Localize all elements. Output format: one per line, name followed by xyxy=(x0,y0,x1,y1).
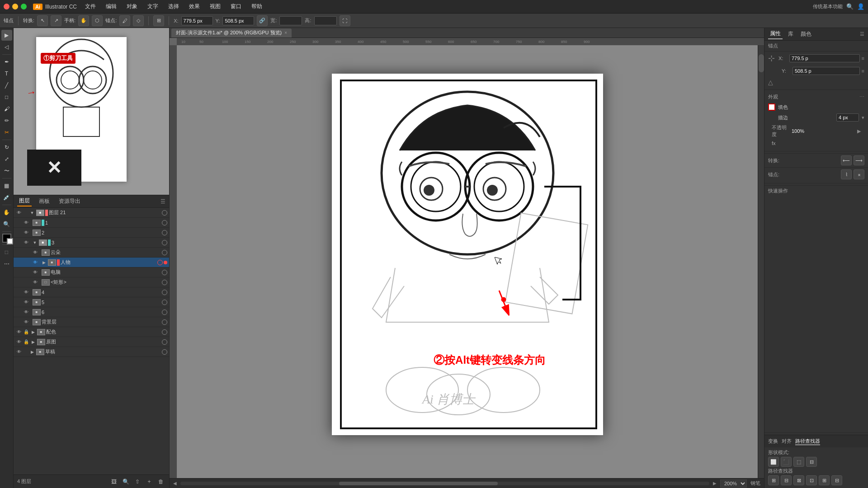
close-button[interactable] xyxy=(4,4,9,9)
minimize-button[interactable] xyxy=(12,4,18,9)
delete-layer-btn[interactable]: 🗑 xyxy=(156,477,165,486)
fill-color-box[interactable] xyxy=(2,234,11,243)
pathfinder-minus[interactable]: ⬛ xyxy=(781,457,792,467)
layer-circle-5[interactable] xyxy=(162,300,167,305)
zoom-tool[interactable]: 🔍 xyxy=(1,219,12,230)
anchor-convert-smooth[interactable]: ⌇ xyxy=(841,169,852,179)
more-tools[interactable]: ⋯ xyxy=(1,258,12,269)
type-tool[interactable]: T xyxy=(1,68,12,79)
scroll-left-btn[interactable]: ◀ xyxy=(173,481,177,486)
tab-library[interactable]: 库 xyxy=(786,29,795,39)
search-icon[interactable]: 🔍 xyxy=(846,3,854,10)
layer-eye-palette[interactable]: 👁 xyxy=(15,328,23,336)
tab-align[interactable]: 对齐 xyxy=(782,438,792,445)
new-layer-from-art-btn[interactable]: 🖼 xyxy=(109,477,118,486)
pathfinder-minus-back[interactable]: ⊟ xyxy=(831,475,842,485)
layer-row-1[interactable]: 👁 ■ 1 xyxy=(14,218,169,228)
layer-expand-person[interactable]: ▶ xyxy=(41,259,47,266)
pathfinder-exclude[interactable]: ⊟ xyxy=(806,457,817,467)
fill-color-swatch[interactable] xyxy=(768,103,775,111)
eyedropper-tool[interactable]: 💉 xyxy=(1,192,12,203)
pathfinder-trim[interactable]: ⊟ xyxy=(781,475,792,485)
x-input-right[interactable] xyxy=(789,54,860,62)
hand-btn[interactable]: ✋ xyxy=(78,15,89,26)
layer-circle-clouds[interactable] xyxy=(162,250,167,255)
menu-view[interactable]: 视图 xyxy=(208,2,222,11)
pathfinder-outline[interactable]: ⊞ xyxy=(819,475,830,485)
layer-row-person[interactable]: 👁 ▶ ■ 人物 xyxy=(14,258,169,267)
layer-eye-4[interactable]: 👁 xyxy=(23,289,30,296)
pen-tool[interactable]: ✒ xyxy=(1,56,12,67)
transform-btn-2[interactable]: ↗ xyxy=(51,15,61,26)
tab-color[interactable]: 颜色 xyxy=(799,29,813,39)
layer-row-6[interactable]: 👁 ■ 6 xyxy=(14,307,169,317)
appearance-more-icon[interactable]: ⋯ xyxy=(859,94,864,100)
move-selection-btn[interactable]: ⇧ xyxy=(133,477,142,486)
search-layers-btn[interactable]: 🔍 xyxy=(121,477,130,486)
layer-expand-21[interactable]: ▼ xyxy=(29,210,35,216)
horizontal-scrollbar[interactable] xyxy=(180,482,709,485)
layer-eye-3[interactable]: 👁 xyxy=(23,239,30,246)
panel-menu-icon[interactable]: ☰ xyxy=(160,198,165,205)
anchor-convert-btn[interactable]: ◇ xyxy=(133,15,144,26)
menu-object[interactable]: 对象 xyxy=(125,2,139,11)
transform-btn-right[interactable]: ⟶ xyxy=(854,155,864,165)
layer-circle-21[interactable] xyxy=(162,210,167,216)
width-input[interactable] xyxy=(279,16,302,25)
layer-eye-sketch[interactable]: 👁 xyxy=(15,348,23,356)
layer-eye-21[interactable]: 👁 xyxy=(15,209,23,216)
gradient-tool[interactable]: ▦ xyxy=(1,180,12,191)
layer-eye-bg[interactable]: 👁 xyxy=(23,319,30,326)
layer-row-computer[interactable]: 👁 ■ 电脑 xyxy=(14,267,169,277)
anchor-convert-corner[interactable]: ⌅ xyxy=(854,169,864,179)
layer-circle-rect[interactable] xyxy=(162,280,167,285)
layer-circle-2[interactable] xyxy=(162,230,167,235)
select-tool[interactable]: ▶ xyxy=(1,30,12,41)
layer-eye-rect[interactable]: 👁 xyxy=(32,279,39,286)
layer-row-5[interactable]: 👁 ■ 5 xyxy=(14,297,169,307)
layer-row-palette[interactable]: 👁 🔒 ▶ ■ 配色 xyxy=(14,327,169,337)
profile-icon[interactable]: 👤 xyxy=(857,3,864,10)
menu-edit[interactable]: 编辑 xyxy=(104,2,118,11)
tab-transform[interactable]: 变换 xyxy=(768,438,778,445)
y-scale-icon[interactable]: ≡ xyxy=(862,68,864,74)
pathfinder-intersect[interactable]: ⬚ xyxy=(793,457,804,467)
layer-expand-palette[interactable]: ▶ xyxy=(30,329,36,335)
document-tab[interactable]: 封面-演示源文件1.ai* @ 200% (RGB/GPU 预览) × xyxy=(171,28,292,38)
layer-row-3[interactable]: 👁 ▼ ■ 3 xyxy=(14,238,169,248)
layer-row-4[interactable]: 👁 ■ 4 xyxy=(14,287,169,297)
layer-eye-person[interactable]: 👁 xyxy=(32,259,39,266)
pencil-tool[interactable]: ✏ xyxy=(1,115,12,126)
layer-eye-2[interactable]: 👁 xyxy=(23,229,30,236)
scrollbar-thumb-h[interactable] xyxy=(339,482,498,485)
stroke-width-dropdown[interactable]: ▾ xyxy=(862,115,864,121)
layer-circle-bg[interactable] xyxy=(162,319,167,325)
pathfinder-merge[interactable]: ⊠ xyxy=(793,475,804,485)
rotate-tool[interactable]: ↻ xyxy=(1,142,12,153)
line-tool[interactable]: ╱ xyxy=(1,80,12,91)
menu-file[interactable]: 文件 xyxy=(83,2,98,11)
layer-circle-6[interactable] xyxy=(162,310,167,315)
tab-artboards[interactable]: 画板 xyxy=(37,197,52,206)
link-btn[interactable]: 🔗 xyxy=(257,15,268,26)
layer-expand-3[interactable]: ▼ xyxy=(32,239,38,246)
layer-row-2[interactable]: 👁 ■ 2 xyxy=(14,228,169,238)
pathfinder-crop[interactable]: ⊡ xyxy=(806,475,817,485)
add-layer-btn[interactable]: + xyxy=(145,477,154,486)
layer-eye-original[interactable]: 👁 xyxy=(15,338,23,346)
scale-btn[interactable]: ⛶ xyxy=(340,15,350,26)
pathfinder-divide[interactable]: ⊞ xyxy=(768,475,779,485)
layer-eye-computer[interactable]: 👁 xyxy=(32,269,39,276)
zoom-select[interactable]: 200% 100% 50% 300% xyxy=(720,479,747,488)
layer-circle-sketch[interactable] xyxy=(162,349,167,355)
layer-circle-person[interactable] xyxy=(157,260,163,265)
y-input-right[interactable] xyxy=(793,67,860,75)
layer-circle-computer[interactable] xyxy=(162,270,167,275)
tab-layers[interactable]: 图层 xyxy=(17,196,32,206)
layer-eye-clouds[interactable]: 👁 xyxy=(32,249,39,256)
layer-row-21[interactable]: 👁 ▼ ■ 图层 21 xyxy=(14,208,169,218)
layer-row-bg[interactable]: 👁 ■ 背景层 xyxy=(14,317,169,327)
shape-tool[interactable]: □ xyxy=(1,92,12,103)
layer-row-sketch[interactable]: 👁 ▶ ■ 草稿 xyxy=(14,347,169,357)
layer-row-clouds[interactable]: 👁 ■ 云朵 xyxy=(14,248,169,258)
